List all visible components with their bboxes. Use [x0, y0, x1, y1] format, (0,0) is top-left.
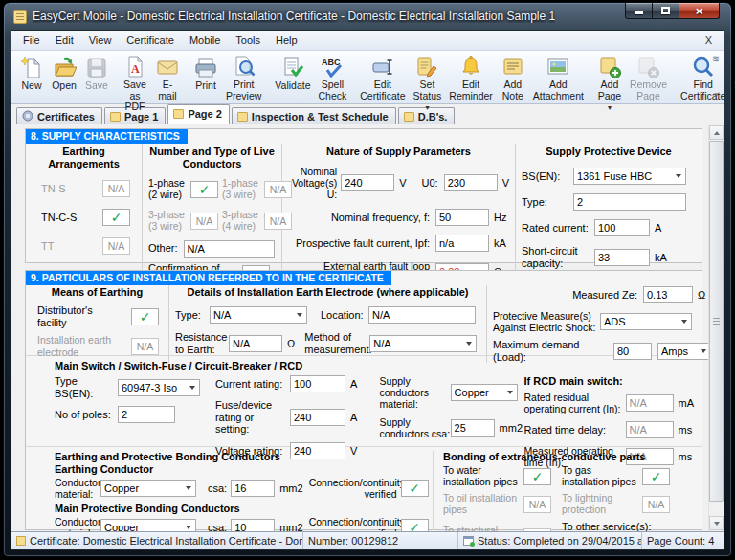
remove-page-button[interactable]: Remove Page — [626, 53, 671, 101]
u0-voltage-input[interactable]: 230 — [444, 174, 498, 191]
find-certificate-button[interactable]: Find Certificate — [677, 53, 729, 101]
rated-current-input[interactable]: 100 — [594, 219, 650, 236]
maximize-button[interactable] — [653, 3, 679, 19]
add-note-button[interactable]: Add Note — [497, 53, 529, 101]
dropdown-caret-icon — [507, 391, 513, 394]
scroll-up-button[interactable] — [709, 125, 724, 140]
tt-label: TT — [41, 240, 54, 253]
supply-conductors-csa-input[interactable]: 25 — [451, 419, 495, 437]
scrollbar-thumb[interactable] — [709, 141, 724, 502]
save-as-pdf-button[interactable]: A Save as PDF — [119, 53, 151, 101]
tab-page-2[interactable]: Page 2 — [167, 104, 229, 124]
save-button[interactable]: Save — [80, 53, 113, 101]
toolbar-overflow-button[interactable]: ≋▾ — [710, 53, 722, 101]
email-button[interactable]: E-mail — [151, 53, 184, 101]
electrode-type-select[interactable]: N/A — [210, 306, 307, 324]
menu-edit[interactable]: Edit — [48, 33, 81, 48]
time-delay-input[interactable]: N/A — [626, 421, 674, 438]
mpb-material-select[interactable]: Copper — [100, 519, 196, 531]
installation-electrode-checkbox[interactable]: N/A — [131, 338, 159, 355]
minimize-button[interactable] — [625, 3, 653, 19]
menu-tools[interactable]: Tools — [228, 33, 268, 48]
new-button[interactable]: New — [15, 53, 48, 101]
supply-conductors-material-select[interactable]: Copper — [451, 384, 518, 401]
ec-material-select[interactable]: Copper — [100, 480, 196, 497]
bsen-select[interactable]: 1361 Fuse HBC — [573, 168, 686, 185]
add-attachment-button[interactable]: Add Attachment — [529, 53, 588, 101]
max-demand-unit-select[interactable]: Amps — [657, 343, 711, 360]
vertical-scrollbar[interactable] — [708, 125, 723, 530]
phase-1-2-label: 1-phase (2 wire) — [148, 178, 187, 200]
rated-current-unit: A — [655, 222, 661, 234]
poles-input[interactable]: 2 — [118, 406, 175, 423]
ec-csa-input[interactable]: 16 — [231, 480, 275, 497]
close-button[interactable]: × — [679, 3, 720, 19]
scroll-down-button[interactable] — [709, 516, 724, 530]
type-bsen-select[interactable]: 60947-3 Iso — [118, 379, 200, 396]
location-input[interactable]: N/A — [368, 306, 476, 324]
phase-1-2-checkbox[interactable]: ✓ — [190, 181, 218, 198]
select-value: ADS — [604, 316, 681, 327]
open-button[interactable]: Open — [48, 53, 80, 101]
phase-3-3-checkbox[interactable]: N/A — [190, 213, 218, 230]
button-label: Add Attachment — [533, 78, 584, 101]
printer-icon — [193, 55, 218, 80]
spell-check-button[interactable]: ABC Spell Check — [315, 53, 351, 101]
resistance-input[interactable]: N/A — [229, 335, 282, 352]
tns-checkbox[interactable]: N/A — [102, 180, 130, 197]
mpb-verified-checkbox[interactable]: ✓ — [401, 519, 429, 531]
menu-certificate[interactable]: Certificate — [119, 33, 182, 48]
fuse-rating-input[interactable]: 240 — [290, 409, 345, 426]
mpb-csa-input[interactable]: 10 — [231, 519, 275, 531]
short-circuit-input[interactable]: 33 — [594, 249, 650, 266]
earth-electrode-details-group: Details of Installation Earth Electrode … — [169, 285, 487, 363]
ec-csa-label: csa: — [208, 482, 227, 495]
u-voltage-input[interactable]: 240 — [341, 174, 394, 191]
image-attachment-icon — [546, 55, 570, 79]
other-conductors-input[interactable]: N/A — [184, 240, 275, 258]
page-icon — [404, 112, 414, 122]
protective-measure-select[interactable]: ADS — [600, 313, 692, 330]
tab-certificates[interactable]: Certificates — [16, 107, 102, 124]
add-page-button[interactable]: Add Page ▾ — [593, 53, 626, 101]
current-rating-input[interactable]: 100 — [290, 375, 345, 392]
settings-button[interactable]: Settings — [729, 53, 735, 101]
gas-pipes-checkbox[interactable]: ✓ — [642, 468, 670, 485]
toolbar: New Open Save A Save as PDF E-mail — [11, 51, 724, 104]
fault-current-input[interactable]: n/a — [435, 235, 489, 252]
max-demand-input[interactable]: 80 — [613, 343, 652, 360]
rated-residual-input[interactable]: N/A — [626, 394, 674, 412]
maximize-icon — [661, 7, 670, 14]
structural-steel-checkbox[interactable]: N/A — [523, 528, 551, 532]
menu-view[interactable]: View — [81, 33, 120, 48]
menu-file[interactable]: File — [15, 33, 48, 48]
method-select[interactable]: N/A — [369, 335, 477, 352]
edit-reminder-button[interactable]: Edit Reminder — [445, 53, 497, 101]
type-label: Type: — [522, 196, 573, 209]
measured-ze-input[interactable]: 0.13 — [643, 286, 693, 303]
tncs-checkbox[interactable]: ✓ — [102, 209, 130, 226]
validate-button[interactable]: Validate — [271, 53, 314, 101]
phase-3-3-label: 3-phase (3 wire) — [148, 210, 187, 232]
ec-verified-checkbox[interactable]: ✓ — [401, 480, 429, 497]
type-input[interactable]: 2 — [573, 193, 686, 211]
tt-checkbox[interactable]: N/A — [102, 237, 130, 255]
frequency-input[interactable]: 50 — [435, 209, 489, 226]
distributors-facility-checkbox[interactable]: ✓ — [131, 308, 159, 325]
menu-mobile[interactable]: Mobile — [182, 33, 228, 48]
tab-inspection-test-schedule[interactable]: Inspection & Test Schedule — [232, 107, 396, 124]
lightning-protection-checkbox[interactable]: N/A — [642, 496, 670, 513]
titlebar[interactable]: EasyCert Mobile - Domestic Electrical In… — [4, 3, 731, 28]
print-button[interactable]: Print — [189, 53, 222, 101]
section-8-header: 8. SUPPLY CHARACTERISTICS — [26, 129, 188, 144]
print-preview-button[interactable]: Print Preview — [222, 53, 265, 101]
button-label: Save — [85, 79, 108, 91]
water-pipes-checkbox[interactable]: ✓ — [523, 468, 551, 485]
dropdown-caret-icon — [186, 526, 191, 529]
menu-close-document-button[interactable]: X — [698, 34, 720, 46]
menu-help[interactable]: Help — [268, 33, 305, 48]
set-status-button[interactable]: Set Status ▾ — [410, 53, 446, 101]
protective-measure-label: Protective Measure(s) Against Electric S… — [493, 310, 600, 333]
edit-certificate-button[interactable]: Edit Certificate — [356, 53, 409, 101]
oil-pipes-checkbox[interactable]: N/A — [523, 496, 551, 513]
